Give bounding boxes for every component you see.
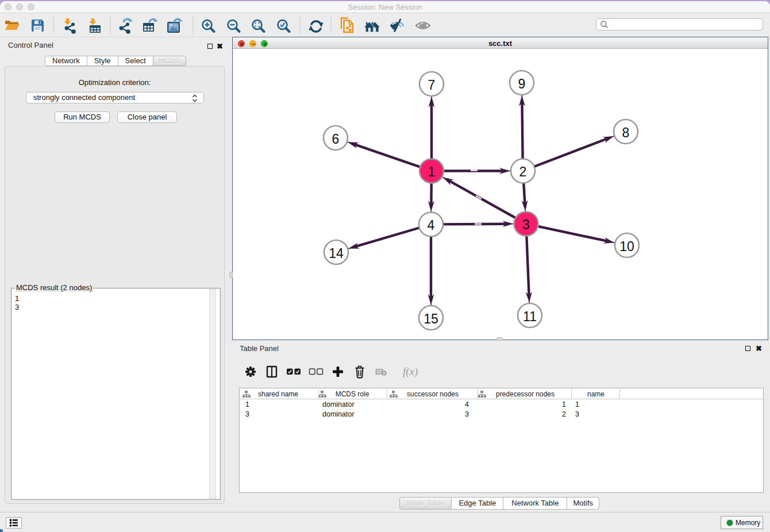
svg-text:2: 2 [519, 164, 527, 179]
svg-text:11: 11 [523, 309, 537, 324]
svg-text:f(x): f(x) [403, 365, 418, 378]
svg-text:9: 9 [518, 76, 526, 91]
svg-text:1: 1 [428, 164, 436, 179]
svg-text:6: 6 [332, 132, 340, 147]
svg-text:7: 7 [428, 78, 436, 92]
svg-text:14: 14 [329, 246, 344, 261]
svg-text:10: 10 [619, 239, 634, 254]
svg-text:15: 15 [424, 311, 438, 326]
svg-text:8: 8 [622, 125, 630, 140]
svg-text:3: 3 [522, 217, 530, 232]
svg-text:4: 4 [428, 218, 435, 233]
